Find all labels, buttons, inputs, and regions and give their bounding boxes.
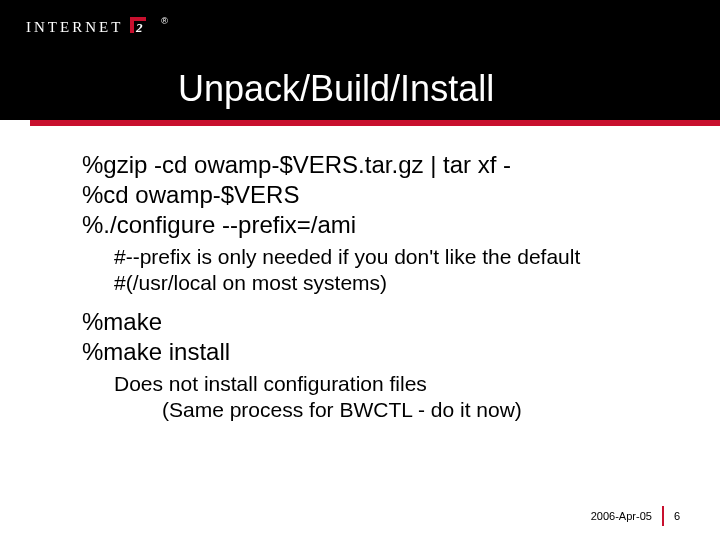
comment-text: #--prefix is only needed if you don't li… bbox=[114, 245, 580, 268]
logo-digit: 2 bbox=[136, 20, 143, 36]
comment-text: #(/usr/local on most systems) bbox=[114, 271, 387, 294]
footer-date: 2006-Apr-05 bbox=[591, 510, 652, 522]
command-line: %make bbox=[82, 307, 670, 337]
command-line: %make install bbox=[82, 337, 670, 367]
slide-title: Unpack/Build/Install bbox=[178, 68, 494, 110]
logo-text: INTERNET bbox=[26, 19, 123, 36]
registered-icon: ® bbox=[161, 16, 168, 26]
slide-footer: 2006-Apr-05 6 bbox=[591, 506, 680, 526]
logo-mark: 2 bbox=[130, 17, 146, 33]
slide-header: INTERNET 2 ® Unpack/Build/Install bbox=[0, 0, 720, 120]
info-line: Does not install configuration files bbox=[114, 371, 670, 397]
command-line: %gzip -cd owamp-$VERS.tar.gz | tar xf - bbox=[82, 150, 670, 180]
footer-page-number: 6 bbox=[674, 510, 680, 522]
info-line: (Same process for BWCTL - do it now) bbox=[162, 397, 670, 423]
footer-separator bbox=[662, 506, 664, 526]
command-line: %./configure --prefix=/ami bbox=[82, 210, 670, 240]
internet2-logo: INTERNET 2 ® bbox=[26, 18, 156, 36]
comment-line: #--prefix is only needed if you don't li… bbox=[114, 244, 670, 297]
slide-body: %gzip -cd owamp-$VERS.tar.gz | tar xf - … bbox=[0, 126, 720, 423]
command-line: %cd owamp-$VERS bbox=[82, 180, 670, 210]
